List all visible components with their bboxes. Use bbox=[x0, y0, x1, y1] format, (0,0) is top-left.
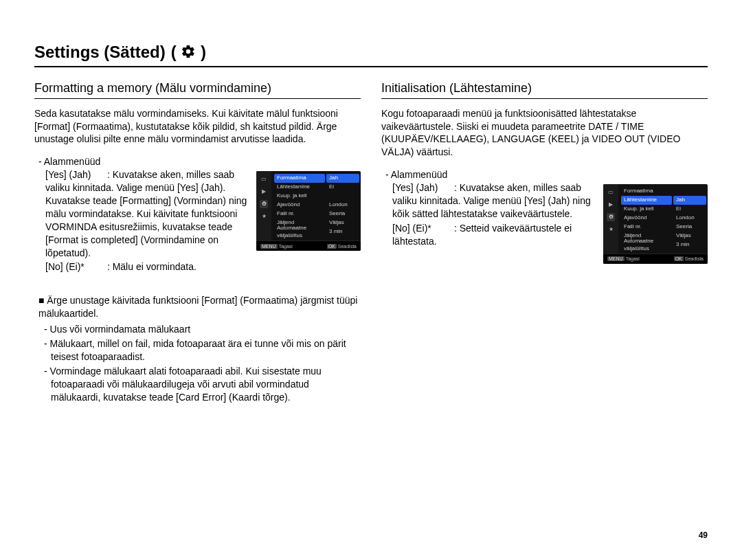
menu-row: Lähtestamine bbox=[621, 196, 672, 205]
menu-tab-icon: ▭ bbox=[607, 188, 615, 197]
menu-tab-icon: ▭ bbox=[260, 175, 268, 183]
right-submenu: - Alammenüüd [Yes] (Jah) : Kuvatakse ake… bbox=[381, 168, 708, 264]
left-menu-screenshot: ▭▶⚙★FormaatimaLähtestamineKuup. ja kellA… bbox=[256, 171, 361, 251]
menu-footer: MENUTagasiOKSeadista bbox=[603, 254, 708, 264]
menu-value: Seeria bbox=[326, 210, 359, 219]
menu-value: Ei bbox=[326, 183, 359, 192]
menu-value: Ei bbox=[673, 205, 706, 214]
menu-value: 3 min bbox=[673, 240, 706, 249]
menu-row: Formaatima bbox=[274, 174, 325, 183]
menu-value: Jah bbox=[326, 174, 359, 183]
left-heading-divider bbox=[34, 98, 361, 99]
menu-footer: MENUTagasiOKSeadista bbox=[256, 240, 361, 251]
menu-tab-icon: ▶ bbox=[260, 188, 268, 196]
gear-icon: ⚙ bbox=[607, 213, 615, 221]
gear-icon: ⚙ bbox=[260, 200, 268, 208]
right-heading: Initialisation (Lähtestamine) bbox=[381, 80, 708, 96]
menu-row: Lähtestamine bbox=[274, 183, 326, 192]
left-intro: Seda kasutatakse mälu vormindamiseks. Ku… bbox=[34, 107, 361, 146]
menu-row: Kuup. ja kell bbox=[621, 205, 673, 214]
left-heading: Formatting a memory (Mälu vormindamine) bbox=[34, 80, 361, 96]
right-intro: Kogu fotoaparaadi menüü ja funktsioonisä… bbox=[381, 107, 708, 159]
menu-value bbox=[673, 187, 706, 196]
menu-value: London bbox=[326, 201, 359, 210]
right-no-label: [No] (Ei)* bbox=[392, 222, 451, 235]
left-no-label: [No] (Ei)* bbox=[45, 260, 104, 273]
page-number: 49 bbox=[699, 530, 708, 541]
right-column: Initialisation (Lähtestamine) Kogu fotoa… bbox=[381, 80, 708, 405]
left-note: ■ Ärge unustage käivitada funktsiooni [F… bbox=[38, 294, 361, 403]
menu-value: Seeria bbox=[673, 223, 706, 232]
menu-row: Formaatima bbox=[621, 187, 673, 196]
left-submenu-label: - Alammenüüd bbox=[38, 155, 361, 168]
menu-value: Väljas bbox=[326, 219, 359, 227]
list-item: Uus või vormindamata mälukaart bbox=[51, 323, 361, 336]
right-heading-divider bbox=[381, 98, 708, 99]
left-note-lead: ■ Ärge unustage käivitada funktsiooni [F… bbox=[38, 294, 361, 320]
menu-row: Automaatne väljalülitus bbox=[621, 240, 673, 249]
left-no-desc: : Mälu ei vormindata. bbox=[107, 261, 196, 272]
menu-row: Ajavöönd bbox=[621, 214, 673, 223]
menu-value: London bbox=[673, 214, 706, 223]
menu-row: Automaatne väljalülitus bbox=[274, 227, 326, 236]
right-submenu-label: - Alammenüüd bbox=[385, 168, 708, 181]
menu-tab-icon: ★ bbox=[607, 225, 615, 234]
left-yes-label: [Yes] (Jah) bbox=[45, 168, 104, 181]
menu-tab-icon: ★ bbox=[260, 212, 268, 221]
menu-row: Kuup. ja kell bbox=[274, 192, 326, 201]
left-submenu: - Alammenüüd [Yes] (Jah) : Kuvatakse ake… bbox=[34, 155, 361, 275]
left-note-list: Uus või vormindamata mälukaartMälukaart,… bbox=[44, 323, 361, 403]
list-item: Mälukaart, millel on fail, mida fotoapar… bbox=[51, 337, 361, 363]
left-column: Formatting a memory (Mälu vormindamine) … bbox=[34, 80, 361, 405]
menu-value: Väljas bbox=[673, 232, 706, 240]
right-yes-label: [Yes] (Jah) bbox=[392, 181, 451, 194]
menu-value: 3 min bbox=[326, 227, 359, 236]
page-title: Settings (Sätted) bbox=[34, 41, 166, 63]
menu-value: Jah bbox=[673, 196, 706, 205]
page-title-row: Settings (Sätted) ( ) bbox=[34, 41, 708, 63]
right-menu-screenshot: ▭▶⚙★FormaatimaLähtestamineKuup. ja kellA… bbox=[603, 184, 708, 264]
left-submenu-text: [Yes] (Jah) : Kuvatakse aken, milles saa… bbox=[45, 168, 249, 275]
right-submenu-text: [Yes] (Jah) : Kuvatakse aken, milles saa… bbox=[392, 181, 596, 249]
page-title-icon-wrap: ( ) bbox=[171, 41, 206, 63]
menu-row: Ajavöönd bbox=[274, 201, 326, 210]
gear-icon bbox=[181, 44, 196, 59]
menu-tab-icon: ▶ bbox=[607, 201, 615, 209]
left-yes-desc: : Kuvatakse aken, milles saab valiku kin… bbox=[45, 169, 247, 258]
list-item: Vormindage mälukaart alati fotoaparaadi … bbox=[51, 365, 361, 404]
title-divider bbox=[34, 66, 708, 67]
menu-value bbox=[326, 192, 359, 201]
menu-row: Faili nr. bbox=[621, 223, 673, 232]
menu-row: Faili nr. bbox=[274, 210, 326, 219]
